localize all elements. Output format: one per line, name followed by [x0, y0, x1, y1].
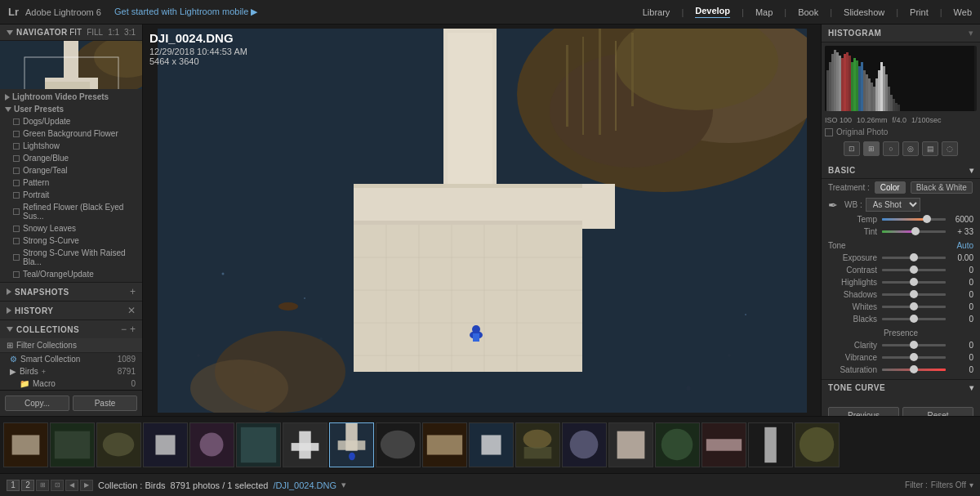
- preset-item-1[interactable]: Dogs/Update: [0, 115, 142, 127]
- basic-panel-header[interactable]: Basic ▾: [822, 163, 980, 179]
- highlights-thumb[interactable]: [910, 278, 918, 286]
- contrast-slider[interactable]: [882, 269, 946, 271]
- preset-item-12[interactable]: Teal/OrangeUpdate: [0, 268, 142, 280]
- filmstrip-thumb-6[interactable]: [236, 422, 281, 467]
- macro-collection-item[interactable]: 📁 Macro 0: [0, 378, 142, 390]
- clarity-slider[interactable]: [882, 344, 946, 346]
- nav-develop[interactable]: Develop: [695, 6, 730, 18]
- filmstrip-thumb-14[interactable]: [608, 422, 653, 467]
- filmstrip-thumb-1[interactable]: [3, 422, 48, 467]
- color-button[interactable]: Color: [875, 181, 906, 194]
- histogram-header[interactable]: Histogram ▾: [822, 25, 980, 42]
- whites-slider[interactable]: [882, 306, 946, 308]
- filmstrip-thumb-13[interactable]: [562, 422, 607, 467]
- temp-slider[interactable]: [882, 218, 946, 221]
- view-icon-2[interactable]: 2: [21, 480, 34, 491]
- nav-tab-3-1[interactable]: 3:1: [124, 28, 136, 37]
- view-mode-spot[interactable]: ○: [883, 141, 899, 156]
- eyedropper-icon[interactable]: ✒: [828, 199, 838, 212]
- navigator-tabs[interactable]: FIT FILL 1:1 3:1: [69, 28, 136, 37]
- filmstrip-thumb-4[interactable]: [143, 422, 188, 467]
- filter-dropdown-icon[interactable]: ▾: [969, 480, 973, 489]
- blacks-thumb[interactable]: [910, 315, 918, 323]
- shadows-thumb[interactable]: [910, 290, 918, 298]
- filmstrip-thumb-16[interactable]: [702, 422, 746, 467]
- video-presets-group[interactable]: Lightroom Video Presets: [0, 91, 142, 103]
- navigator-thumbnail[interactable]: [0, 41, 142, 89]
- previous-button[interactable]: Previous: [828, 407, 899, 416]
- filmstrip-thumb-7[interactable]: [283, 422, 327, 467]
- photo-area[interactable]: DJI_0024.DNG 12/29/2018 10:44:53 AM 5464…: [143, 25, 821, 416]
- nav-tab-1-1[interactable]: 1:1: [108, 28, 119, 37]
- snapshots-add-icon[interactable]: +: [130, 286, 136, 297]
- filmstrip-thumb-9[interactable]: [376, 422, 421, 467]
- history-clear-icon[interactable]: ✕: [127, 305, 136, 316]
- filmstrip-thumb-15[interactable]: [655, 422, 700, 467]
- history-header[interactable]: History ✕: [0, 301, 142, 319]
- status-dropdown-icon[interactable]: ▾: [341, 480, 346, 490]
- filter-collections-bar[interactable]: ⊞ Filter Collections: [0, 338, 142, 353]
- preset-item-11[interactable]: Strong S-Curve With Raised Bla...: [0, 247, 142, 268]
- nav-tab-fill[interactable]: FILL: [87, 28, 103, 37]
- filmstrip-thumb-11[interactable]: [469, 422, 514, 467]
- copy-button[interactable]: Copy...: [5, 395, 69, 411]
- exposure-slider[interactable]: [882, 257, 946, 259]
- view-mode-gradient[interactable]: ▤: [922, 141, 938, 156]
- filmstrip-thumb-12[interactable]: [515, 422, 560, 467]
- navigator-header[interactable]: Navigator FIT FILL 1:1 3:1: [0, 25, 142, 41]
- smart-collection-item[interactable]: ⚙ Smart Collection 1089: [0, 353, 142, 365]
- original-photo-checkbox[interactable]: [825, 128, 833, 136]
- grid-view-icon[interactable]: ⊞: [36, 480, 49, 491]
- preset-item-8[interactable]: Refined Flower (Black Eyed Sus...: [0, 201, 142, 222]
- blacks-slider[interactable]: [882, 318, 946, 320]
- collections-add-icon[interactable]: +: [130, 324, 136, 335]
- temp-thumb[interactable]: [923, 215, 931, 223]
- vibrance-slider[interactable]: [882, 356, 946, 359]
- view-mode-radial[interactable]: ◌: [942, 141, 958, 156]
- nav-map[interactable]: Map: [755, 7, 773, 17]
- mobile-promo[interactable]: Get started with Lightroom mobile ▶: [114, 7, 258, 17]
- contrast-thumb[interactable]: [910, 266, 918, 274]
- preset-item-5[interactable]: Orange/Teal: [0, 164, 142, 177]
- prev-nav-icon[interactable]: ◀: [65, 480, 78, 491]
- clarity-thumb[interactable]: [910, 341, 918, 349]
- collections-remove-icon[interactable]: −: [121, 324, 127, 335]
- highlights-slider[interactable]: [882, 281, 946, 284]
- preset-item-7[interactable]: Portrait: [0, 189, 142, 201]
- saturation-thumb[interactable]: [910, 365, 918, 373]
- view-mode-loupe[interactable]: ⊡: [844, 141, 860, 156]
- view-icon-1[interactable]: 1: [7, 480, 20, 491]
- exposure-thumb[interactable]: [910, 253, 918, 261]
- preset-item-3[interactable]: Lightshow: [0, 140, 142, 152]
- collections-header[interactable]: Collections − +: [0, 319, 142, 338]
- nav-slideshow[interactable]: Slideshow: [844, 7, 884, 17]
- preset-item-9[interactable]: Snowy Leaves: [0, 222, 142, 235]
- filmstrip-thumb-10[interactable]: [422, 422, 467, 467]
- preset-item-6[interactable]: Pattern: [0, 177, 142, 189]
- snapshots-header[interactable]: Snapshots +: [0, 282, 142, 301]
- nav-book[interactable]: Book: [798, 7, 818, 17]
- preset-item-4[interactable]: Orange/Blue: [0, 152, 142, 164]
- filmstrip-thumb-18[interactable]: [795, 422, 840, 467]
- user-presets-group[interactable]: User Presets: [0, 103, 142, 115]
- preset-item-10[interactable]: Strong S-Curve: [0, 235, 142, 247]
- bw-button[interactable]: Black & White: [911, 181, 973, 194]
- view-mode-crop[interactable]: ⊞: [863, 141, 880, 156]
- view-mode-redeye[interactable]: ◎: [902, 141, 919, 156]
- filmstrip-thumb-3[interactable]: [96, 422, 141, 467]
- vibrance-thumb[interactable]: [910, 353, 918, 361]
- nav-library[interactable]: Library: [643, 7, 670, 17]
- nav-web[interactable]: Web: [954, 7, 972, 17]
- preset-item-2[interactable]: Green Background Flower: [0, 127, 142, 140]
- saturation-slider[interactable]: [882, 369, 946, 371]
- paste-button[interactable]: Paste: [73, 395, 137, 411]
- next-nav-icon[interactable]: ▶: [80, 480, 93, 491]
- whites-thumb[interactable]: [910, 302, 918, 311]
- filmstrip-thumb-5[interactable]: [189, 422, 234, 467]
- wb-select[interactable]: As Shot Auto Daylight Cloudy Custom: [866, 198, 920, 212]
- tint-thumb[interactable]: [911, 227, 920, 235]
- loupe-view-icon[interactable]: ⊡: [51, 480, 64, 491]
- filmstrip-thumb-2[interactable]: [50, 422, 95, 467]
- filmstrip-thumb-8[interactable]: [329, 422, 374, 467]
- birds-collection-item[interactable]: ▶ Birds + 8791: [0, 365, 142, 378]
